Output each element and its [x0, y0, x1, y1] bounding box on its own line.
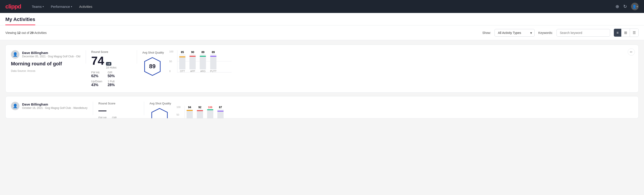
page-header: My Activities [0, 13, 644, 26]
nav-performance[interactable]: Performance ▾ [51, 5, 72, 8]
gir-label-1: GIR [108, 71, 115, 74]
logo[interactable]: clippd [5, 3, 21, 10]
card-left-1: 👤 Dave Billingham December 05, 2021 · Go… [11, 50, 80, 72]
view-list-button[interactable]: ☰ [630, 29, 638, 36]
big-score-1: 74 [91, 55, 104, 66]
card-stats-2: Round Score — FW Hit 43% GIR 56% [98, 102, 138, 118]
arg-accent-1 [200, 56, 206, 57]
divider-4 [144, 102, 144, 115]
keywords-label: Keywords: [538, 31, 553, 34]
activity-type-select[interactable]: All Activity Types [494, 29, 535, 36]
oneputt-value-1: 28% [108, 83, 115, 87]
mini-stats-2: FW Hit 43% GIR 56% [98, 116, 138, 118]
nav-right: ⊕ ↻ 👤 ▾ [616, 3, 639, 10]
show-label: Show: [482, 31, 491, 34]
round-score-label-1: Round Score [91, 50, 132, 54]
score-badge-1: +4 [106, 62, 112, 66]
viewing-text: Viewing 12 out of 29 Activities [5, 31, 47, 34]
card-stats-1: Round Score 74 +4 18 Holes FW Hit 62% Up… [91, 50, 132, 87]
ott-value-2: 94 [188, 106, 191, 109]
activity-title-1: Morning round of golf [11, 61, 80, 67]
user-date-2: October 16, 2021 · Gog Magog Golf Club -… [22, 106, 88, 110]
app-value-1: 90 [191, 51, 194, 54]
updown-label-1: Up/Down [91, 80, 102, 83]
sq-left-1: Avg Shot Quality 89 [142, 51, 164, 76]
refresh-icon[interactable]: ↻ [623, 4, 627, 9]
hex-badge-1: 89 [142, 56, 162, 76]
round-score-label-2: Round Score [98, 102, 138, 105]
arg-value-1: 89 [202, 51, 204, 54]
activity-card-2: 👤 Dave Billingham October 16, 2021 · Gog… [5, 96, 639, 118]
page-title: My Activities [5, 16, 35, 25]
view-toggle: ≡ ⊞ ☰ [614, 28, 639, 37]
filter-bar: Viewing 12 out of 29 Activities Show: Al… [0, 26, 644, 40]
nav-teams[interactable]: Teams ▾ [32, 5, 44, 8]
fw-hit-label-1: FW Hit [91, 71, 102, 74]
oneputt-label-1: 1 Putt [108, 80, 115, 83]
avatar-icon: 👤 [632, 4, 637, 9]
fw-hit-value-1: 62% [91, 74, 102, 78]
sq-left-2: Avg Shot Quality [150, 102, 171, 118]
score-row-2: — [98, 106, 138, 114]
activity-card-1: 👤 Dave Billingham December 05, 2021 · Go… [5, 44, 639, 92]
fw-hit-stat-2: FW Hit 43% [98, 116, 107, 118]
gir-stat-2: GIR 56% [112, 116, 119, 118]
score-row-1: 74 +4 18 Holes [91, 55, 132, 69]
user-name-2: Dave Billingham [22, 102, 88, 106]
view-grid-button[interactable]: ⊞ [622, 29, 630, 36]
sq-label-1: Avg Shot Quality [142, 51, 164, 54]
sq-label-2: Avg Shot Quality [150, 102, 171, 105]
bar-chart-1: 100 50 0 85 [169, 50, 232, 77]
y-0-1: 0 [169, 70, 173, 72]
y-50-1: 50 [169, 60, 173, 63]
edit-button-1[interactable]: ✏ [628, 48, 635, 56]
nav-activities[interactable]: Activities [79, 5, 92, 8]
user-avatar-nav[interactable]: 👤 ▾ [631, 3, 639, 10]
hex-svg-2 [150, 107, 170, 118]
navbar: clippd Teams ▾ Performance ▾ Activities … [0, 0, 644, 13]
big-score-2: — [98, 106, 106, 114]
app-value-2: 92 [198, 106, 201, 109]
shot-quality-2: Avg Shot Quality 100 50 0 94 [150, 102, 224, 118]
activities-list: 👤 Dave Billingham December 05, 2021 · Go… [0, 40, 644, 123]
fw-hit-label-2: FW Hit [98, 116, 107, 118]
gir-stat-1: GIR 50% 1 Putt 28% [108, 71, 115, 87]
user-avatar-2: 👤 [11, 102, 20, 110]
performance-chevron-icon: ▾ [71, 5, 72, 8]
updown-value-1: 43% [91, 83, 102, 87]
y-100-2: 100 [176, 106, 180, 108]
fw-hit-stat-1: FW Hit 62% Up/Down 43% [91, 71, 102, 87]
putt-value-1: 89 [212, 51, 215, 54]
activity-type-select-wrapper: All Activity Types [494, 29, 535, 36]
user-date-1: December 05, 2021 · Gog Magog Golf Club … [22, 55, 80, 58]
hex-badge-2 [150, 107, 170, 118]
svg-marker-1 [152, 108, 167, 118]
arg-value-2: 106 [208, 106, 212, 109]
ott-value-1: 85 [181, 51, 184, 54]
view-condensed-button[interactable]: ≡ [614, 29, 622, 36]
teams-chevron-icon: ▾ [42, 5, 44, 8]
avatar-person-icon: 👤 [13, 52, 18, 57]
putt-value-2: 87 [219, 106, 222, 109]
user-info-1: Dave Billingham December 05, 2021 · Gog … [22, 51, 80, 58]
divider-1 [86, 50, 86, 64]
user-row-1: 👤 Dave Billingham December 05, 2021 · Go… [11, 50, 80, 59]
y-50-2: 50 [176, 113, 180, 116]
user-row-2: 👤 Dave Billingham October 16, 2021 · Gog… [11, 102, 88, 110]
avatar-person-icon-2: 👤 [13, 104, 18, 108]
card-left-2: 👤 Dave Billingham October 16, 2021 · Gog… [11, 102, 88, 112]
add-icon[interactable]: ⊕ [616, 4, 619, 9]
hex-number-1: 89 [149, 63, 156, 70]
gir-value-1: 50% [108, 74, 115, 78]
app-accent-1 [190, 56, 196, 57]
holes-text-1: 18 Holes [106, 66, 116, 69]
gir-label-2: GIR [112, 116, 119, 118]
putt-accent-1 [210, 56, 216, 57]
user-name-1: Dave Billingham [22, 51, 80, 55]
divider-3 [93, 102, 93, 115]
y-100-1: 100 [169, 50, 173, 53]
avatar-chevron: ▾ [637, 5, 638, 8]
search-input[interactable] [556, 29, 610, 36]
mini-stats-1: FW Hit 62% Up/Down 43% GIR 50% 1 Putt 28… [91, 71, 132, 87]
user-info-2: Dave Billingham October 16, 2021 · Gog M… [22, 102, 88, 110]
